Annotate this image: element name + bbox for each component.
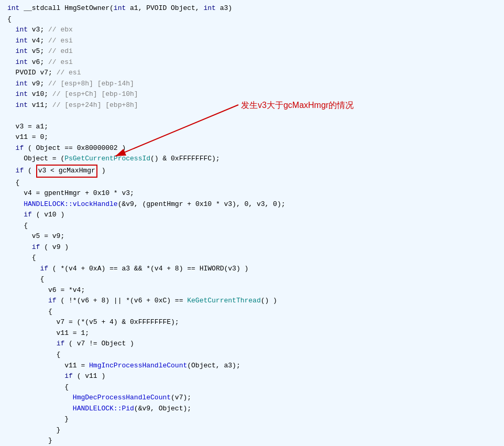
line-if-v11: if ( v11 ) [7, 371, 497, 382]
line-if-object: if ( Object == 0x80000002 ) [7, 143, 497, 154]
code-container: int __stdcall HmgSetOwner(int a1, PVOID … [0, 0, 504, 446]
line-v4: int v4; // esi [7, 36, 497, 47]
line-handlelock-vlock: HANDLELOCK::vLockHandle(&v9, (gpentHmgr … [7, 199, 497, 210]
line-v11-hmginc: v11 = HmgIncProcessHandleCount(Object, a… [7, 361, 497, 372]
highlight-v3-gcmax: v3 < gcMaxHmgr [36, 165, 97, 178]
line-v11-one: v11 = 1; [7, 328, 497, 339]
line-v7: PVOID v7; // esi [7, 68, 497, 79]
line-handlelock-pid: HANDLELOCK::Pid(&v9, Object); [7, 404, 497, 415]
line-v3-assign: v3 = a1; [7, 122, 497, 133]
line-brace4: { [7, 253, 497, 264]
line-v5: int v5; // edi [7, 46, 497, 57]
line-if-v4: if ( *(v4 + 0xA) == a3 && *(v4 + 8) == H… [7, 264, 497, 275]
line-v9: int v9; // [esp+8h] [ebp-14h] [7, 79, 497, 90]
line-v3: int v3; // ebx [7, 25, 497, 36]
line-v5-assign: v5 = v9; [7, 231, 497, 242]
line-brace7: { [7, 350, 497, 361]
line-close7: } [7, 425, 497, 436]
line-if-v10: if ( v10 ) [7, 210, 497, 221]
line-brace6: { [7, 307, 497, 318]
line-v7-assign: v7 = (*(v5 + 4) & 0xFFFFFFFE); [7, 317, 497, 328]
line-close6: } [7, 436, 497, 446]
line-hmgdec: HmgDecProcessHandleCount(v7); [7, 393, 497, 404]
annotation-text: 发生v3大于gcMaxHmgr的情况 [241, 99, 354, 112]
line-brace3: { [7, 221, 497, 232]
line-v11-assign: v11 = 0; [7, 132, 497, 143]
line-if-v9: if ( v9 ) [7, 242, 497, 253]
line-if-v7: if ( v7 != Object ) [7, 339, 497, 350]
line-v6: int v6; // esi [7, 57, 497, 68]
line-brace-open: { [7, 14, 497, 25]
line-v4-assign: v4 = gpentHmgr + 0x10 * v3; [7, 188, 497, 199]
line-brace5: { [7, 274, 497, 285]
line-object-assign: Object = (PsGetCurrentProcessId() & 0xFF… [7, 154, 497, 165]
line-brace2: { [7, 178, 497, 189]
line-if-v3: if ( v3 < gcMaxHmgr ) [7, 165, 497, 178]
line-close8: } [7, 414, 497, 425]
line-v6-assign: v6 = *v4; [7, 285, 497, 296]
line-empty1 [7, 111, 497, 122]
line-brace8: { [7, 382, 497, 393]
line-if-v6: if ( !*(v6 + 8) || *(v6 + 0xC) == KeGetC… [7, 296, 497, 307]
line-signature: int __stdcall HmgSetOwner(int a1, PVOID … [7, 3, 497, 14]
